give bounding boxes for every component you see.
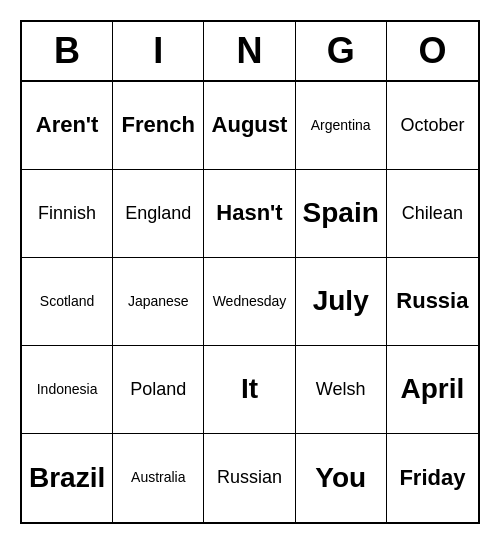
header-letter-o: O	[387, 22, 478, 80]
bingo-cell: Chilean	[387, 170, 478, 258]
bingo-cell: Wednesday	[204, 258, 295, 346]
bingo-card: BINGO Aren'tFrenchAugustArgentinaOctober…	[20, 20, 480, 524]
bingo-cell: Aren't	[22, 82, 113, 170]
bingo-cell: Finnish	[22, 170, 113, 258]
bingo-cell: October	[387, 82, 478, 170]
bingo-cell: Hasn't	[204, 170, 295, 258]
cell-text: Friday	[399, 466, 465, 490]
cell-text: Hasn't	[216, 201, 282, 225]
cell-text: Poland	[130, 380, 186, 400]
bingo-cell: French	[113, 82, 204, 170]
cell-text: Argentina	[311, 118, 371, 133]
cell-text: July	[313, 286, 369, 317]
cell-text: Welsh	[316, 380, 366, 400]
cell-text: April	[401, 374, 465, 405]
cell-text: Russian	[217, 468, 282, 488]
cell-text: August	[212, 113, 288, 137]
cell-text: Australia	[131, 470, 185, 485]
header-letter-n: N	[204, 22, 295, 80]
cell-text: Finnish	[38, 204, 96, 224]
bingo-cell: Russian	[204, 434, 295, 522]
cell-text: Indonesia	[37, 382, 98, 397]
bingo-cell: Scotland	[22, 258, 113, 346]
bingo-cell: Spain	[296, 170, 387, 258]
header-letter-b: B	[22, 22, 113, 80]
bingo-cell: April	[387, 346, 478, 434]
bingo-cell: You	[296, 434, 387, 522]
cell-text: October	[400, 116, 464, 136]
bingo-cell: Argentina	[296, 82, 387, 170]
bingo-cell: Brazil	[22, 434, 113, 522]
bingo-cell: August	[204, 82, 295, 170]
bingo-cell: England	[113, 170, 204, 258]
header-letter-i: I	[113, 22, 204, 80]
cell-text: Russia	[396, 289, 468, 313]
bingo-cell: Japanese	[113, 258, 204, 346]
bingo-cell: July	[296, 258, 387, 346]
cell-text: Scotland	[40, 294, 94, 309]
bingo-header: BINGO	[22, 22, 478, 82]
cell-text: Wednesday	[213, 294, 287, 309]
cell-text: You	[315, 463, 366, 494]
bingo-grid: Aren'tFrenchAugustArgentinaOctoberFinnis…	[22, 82, 478, 522]
bingo-cell: Australia	[113, 434, 204, 522]
bingo-cell: Indonesia	[22, 346, 113, 434]
bingo-cell: Poland	[113, 346, 204, 434]
cell-text: Spain	[303, 198, 379, 229]
cell-text: It	[241, 374, 258, 405]
cell-text: Brazil	[29, 463, 105, 494]
header-letter-g: G	[296, 22, 387, 80]
cell-text: French	[122, 113, 195, 137]
bingo-cell: It	[204, 346, 295, 434]
bingo-cell: Friday	[387, 434, 478, 522]
cell-text: Aren't	[36, 113, 99, 137]
cell-text: England	[125, 204, 191, 224]
cell-text: Chilean	[402, 204, 463, 224]
bingo-cell: Welsh	[296, 346, 387, 434]
bingo-cell: Russia	[387, 258, 478, 346]
cell-text: Japanese	[128, 294, 189, 309]
